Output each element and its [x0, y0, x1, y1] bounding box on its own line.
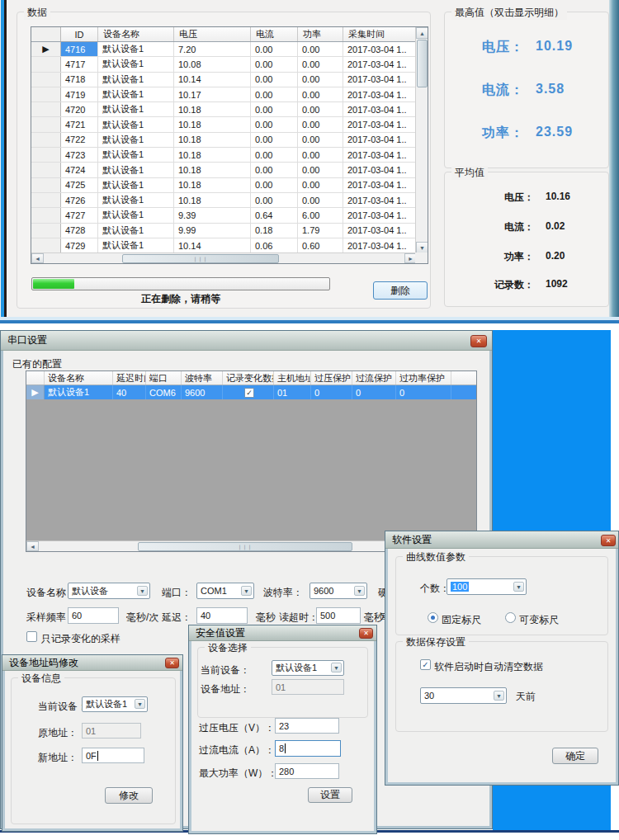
table-row[interactable]: 4723默认设备110.180.000.002017-03-04 1..	[31, 148, 428, 163]
table-row[interactable]: 4718默认设备110.140.000.002017-03-04 1..	[31, 73, 428, 87]
vertical-scroll-thumb[interactable]	[417, 40, 428, 87]
table-cell[interactable]: 4727	[61, 208, 98, 222]
table-cell[interactable]: 2017-03-04 1..	[343, 42, 417, 56]
table-cell[interactable]: 默认设备1	[98, 208, 174, 222]
cfg-col-device[interactable]: 设备名称	[45, 371, 113, 385]
table-row[interactable]: ▶4716默认设备17.200.000.002017-03-04 1..	[31, 42, 428, 57]
table-cell[interactable]: 2017-03-04 1..	[343, 224, 417, 238]
table-cell[interactable]: 4717	[61, 57, 98, 71]
table-cell[interactable]: 0.00	[298, 87, 343, 101]
table-cell[interactable]: 4726	[61, 193, 98, 207]
chevron-down-icon[interactable]: ▼	[354, 586, 365, 596]
table-cell[interactable]: 默认设备1	[98, 224, 174, 238]
table-cell[interactable]: 默认设备1	[98, 178, 174, 192]
table-row[interactable]: 4724默认设备110.180.000.002017-03-04 1..	[31, 163, 428, 177]
table-cell[interactable]: 0.18	[251, 224, 298, 238]
table-cell[interactable]: 0.00	[298, 42, 343, 56]
chevron-down-icon[interactable]: ▼	[331, 663, 342, 672]
table-cell[interactable]: 4721	[61, 117, 98, 131]
chevron-down-icon[interactable]: ▼	[513, 582, 524, 592]
table-cell[interactable]: 0.00	[298, 57, 343, 71]
cfg-col-ocp[interactable]: 过流保护	[352, 371, 396, 385]
new-address-input[interactable]: 0F	[82, 748, 144, 763]
table-cell[interactable]: 0.00	[251, 57, 298, 71]
table-cell[interactable]: 4729	[61, 238, 98, 252]
chevron-down-icon[interactable]: ▼	[137, 586, 148, 596]
table-cell[interactable]: 0.00	[298, 193, 343, 207]
max-values-groupbox[interactable]: 最高值（双击显示明细） 电压：10.19 电流：3.58 功率：23.59	[444, 12, 609, 168]
table-cell[interactable]: 2017-03-04 1..	[343, 73, 417, 87]
data-table[interactable]: ID 设备名称 电压 电流 功率 采集时间 ▶4716默认设备17.200.00…	[31, 26, 428, 264]
table-cell[interactable]: 6.00	[298, 208, 343, 222]
delay-input[interactable]: 40	[196, 607, 248, 624]
col-header-current[interactable]: 电流	[251, 27, 298, 41]
serial-window-titlebar[interactable]: 串口设置	[1, 331, 492, 351]
table-cell[interactable]: 10.18	[174, 117, 251, 131]
table-row[interactable]: 4717默认设备110.080.000.002017-03-04 1..	[31, 57, 428, 72]
table-cell[interactable]: 2017-03-04 1..	[343, 208, 417, 222]
table-cell[interactable]: 4719	[61, 87, 98, 101]
table-cell[interactable]: 默认设备1	[98, 87, 174, 101]
record-change-checkbox[interactable]: ✓	[244, 388, 254, 398]
table-cell[interactable]: 10.18	[174, 133, 251, 147]
table-cell[interactable]: 0.06	[251, 238, 298, 252]
table-cell[interactable]: 0.64	[251, 208, 298, 222]
variable-scale-radio[interactable]	[505, 612, 516, 623]
table-row[interactable]: 4721默认设备110.180.000.002017-03-04 1..	[31, 117, 428, 132]
table-cell[interactable]: 0.00	[298, 133, 343, 147]
chevron-down-icon[interactable]: ▼	[135, 699, 145, 709]
table-cell[interactable]: 9.99	[174, 224, 251, 238]
table-cell[interactable]: 1.79	[298, 224, 343, 238]
table-cell[interactable]: 默认设备1	[98, 193, 174, 207]
table-cell[interactable]: 2017-03-04 1..	[343, 193, 417, 207]
close-icon[interactable]: ✕	[601, 535, 616, 546]
horizontal-scrollbar[interactable]: ◄ ❘❘❘ ►	[31, 252, 417, 263]
table-cell[interactable]: 2017-03-04 1..	[343, 102, 417, 116]
table-cell[interactable]: 10.18	[174, 163, 251, 177]
table-cell[interactable]: 4728	[61, 224, 98, 238]
table-cell[interactable]: 默认设备1	[98, 57, 174, 71]
cfg-col-host[interactable]: 主机地址	[274, 371, 311, 385]
table-cell[interactable]: 默认设备1	[98, 102, 174, 116]
current-device-select[interactable]: 默认设备1▼	[82, 696, 148, 712]
config-grid[interactable]: 设备名称 延迟时间 端口 波特率 记录变化数据 主机地址 过压保护 过流保护 过…	[26, 370, 477, 552]
table-cell[interactable]: 2017-03-04 1..	[343, 87, 417, 101]
table-cell[interactable]: 0.00	[298, 73, 343, 87]
ok-button[interactable]: 确定	[552, 748, 598, 764]
chevron-down-icon[interactable]: ▼	[241, 586, 252, 596]
table-cell[interactable]: 10.14	[174, 238, 251, 252]
table-cell[interactable]: 10.18	[174, 102, 251, 116]
table-cell[interactable]: 0.00	[251, 73, 298, 87]
table-cell[interactable]: 默认设备1	[98, 117, 174, 131]
count-select[interactable]: 100▼	[447, 578, 527, 595]
horizontal-scroll-thumb[interactable]: ❘❘❘	[122, 254, 279, 263]
delete-button[interactable]: 删除	[373, 281, 428, 300]
days-select[interactable]: 30▼	[420, 687, 507, 704]
table-cell[interactable]: 2017-03-04 1..	[343, 163, 417, 177]
col-header-id[interactable]: ID	[61, 27, 98, 41]
table-cell[interactable]: 默认设备1	[98, 73, 174, 87]
table-row[interactable]: 4729默认设备110.140.060.602017-03-04 1..	[31, 238, 428, 253]
scroll-left-icon[interactable]: ◄	[26, 541, 39, 551]
fixed-scale-radio[interactable]	[428, 612, 438, 623]
table-cell[interactable]: 10.08	[174, 57, 251, 71]
table-row[interactable]: 4720默认设备110.180.000.002017-03-04 1..	[31, 102, 428, 117]
port-select[interactable]: COM1▼	[196, 583, 254, 599]
table-cell[interactable]: 0.00	[251, 163, 298, 177]
col-header-power[interactable]: 功率	[298, 27, 343, 41]
col-header-time[interactable]: 采集时间	[343, 27, 417, 41]
table-cell[interactable]: 4725	[61, 178, 98, 192]
table-cell[interactable]: 2017-03-04 1..	[343, 178, 417, 192]
table-cell[interactable]: 4724	[61, 163, 98, 177]
table-cell[interactable]: 0.00	[298, 102, 343, 116]
table-cell[interactable]: 0.00	[298, 148, 343, 162]
horizontal-scroll-thumb[interactable]: ❘❘❘	[138, 542, 352, 551]
table-cell[interactable]: 默认设备1	[98, 133, 174, 147]
cfg-col-delay[interactable]: 延迟时间	[113, 371, 146, 385]
cfg-col-baud[interactable]: 波特率	[182, 371, 223, 385]
table-row[interactable]: 4727默认设备19.390.646.002017-03-04 1..	[31, 208, 428, 223]
table-cell[interactable]: 默认设备1	[98, 163, 174, 177]
table-cell[interactable]: 0.00	[251, 102, 298, 116]
table-cell[interactable]: 0.00	[251, 148, 298, 162]
table-cell[interactable]: 2017-03-04 1..	[343, 133, 417, 147]
